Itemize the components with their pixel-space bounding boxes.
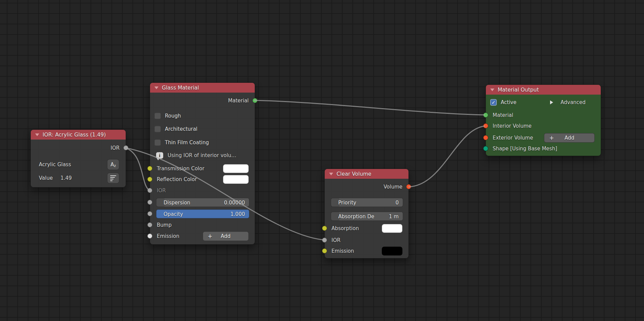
row-value: Value1.49 [31, 173, 126, 183]
thin-film-coating-checkbox[interactable] [154, 140, 161, 146]
slider-label: Dispersion [164, 199, 190, 205]
architectural-checkbox[interactable] [154, 126, 161, 132]
priority-slider[interactable]: Priority0 [331, 198, 403, 207]
input-label: IOR [331, 237, 341, 243]
rough-checkbox[interactable] [154, 113, 161, 119]
absorption-socket[interactable] [322, 226, 327, 231]
input-label: Shape [Using Base Mesh] [493, 146, 557, 152]
collapse-icon[interactable] [35, 133, 39, 136]
reflection-color-color-swatch[interactable] [223, 175, 249, 184]
row-active: ✓ActiveAdvanced [486, 97, 601, 107]
row-interior-volume: Interior Volume [486, 121, 601, 131]
slider-label: Priority [338, 199, 356, 205]
input-label: IOR [157, 188, 166, 194]
advanced-label[interactable]: Advanced [561, 99, 586, 105]
node-title: Clear Volume [337, 171, 371, 177]
input-label: Exterior Volume [493, 135, 533, 141]
collapse-icon[interactable] [490, 89, 494, 91]
transmission-color-socket[interactable] [147, 166, 152, 171]
node-glass-material[interactable]: Glass MaterialMaterialRoughArchitectural… [150, 82, 255, 245]
row-transmission-color: Transmission Color [150, 164, 255, 174]
material-socket[interactable] [483, 113, 488, 118]
row-using-ior-of-interior-volu: iUsing IOR of interior volu… [150, 150, 255, 160]
emission-socket[interactable] [147, 233, 152, 239]
input-label: Transmission Color [157, 166, 204, 172]
opacity-socket[interactable] [147, 211, 152, 216]
absorption-color-swatch[interactable] [382, 224, 402, 233]
row-priority: Priority0 [325, 197, 408, 207]
info-label: Using IOR of interior volu… [168, 152, 236, 158]
exterior-volume-add-button[interactable]: +Add [544, 133, 595, 143]
active-checkbox[interactable]: ✓ [490, 99, 497, 106]
input-label: Reflection Color [157, 176, 197, 182]
sort-alphabetically-icon[interactable]: Az [107, 159, 119, 170]
node-editor-canvas[interactable]: { "editor": {"type": "shader-node-editor… [0, 0, 644, 321]
checkbox-label: Architectural [165, 126, 197, 132]
slider-value: 1 m [389, 213, 399, 219]
add-button-label: Add [221, 233, 230, 239]
emission-color-swatch[interactable] [382, 247, 402, 255]
interior-volume-socket[interactable] [483, 123, 488, 128]
opacity-slider[interactable]: Opacity1.000 [156, 209, 249, 219]
node-header-glass-material[interactable]: Glass Material [150, 83, 255, 93]
row-ior: IOR [325, 235, 408, 245]
node-ior-acrylic-glass[interactable]: IOR: Acrylic Glass (1.49)IORAcrylic Glas… [30, 129, 126, 188]
node-material-output[interactable]: Material Output✓ActiveAdvancedMaterialIn… [486, 84, 601, 156]
row-opacity: Opacity1.000 [150, 209, 255, 219]
slider-label: Absorption De [338, 213, 374, 219]
node-header-clear-volume[interactable]: Clear Volume [325, 169, 408, 179]
collapse-icon[interactable] [154, 87, 158, 89]
input-label: Emission [157, 233, 179, 239]
row-thin-film-coating: Thin Film Coating [150, 138, 255, 148]
output-label: Material [228, 98, 249, 104]
row-emission: Emission [325, 246, 408, 256]
ior-socket[interactable] [123, 145, 128, 150]
row-shape-using-base-mesh: Shape [Using Base Mesh] [486, 144, 601, 154]
plus-icon: + [208, 233, 213, 240]
row-exterior-volume: Exterior Volume+Add [486, 133, 601, 143]
node-header-ior-acrylic-glass[interactable]: IOR: Acrylic Glass (1.49) [31, 130, 126, 140]
input-label: Emission [331, 248, 354, 254]
emission-add-button[interactable]: +Add [203, 231, 249, 241]
node-title: Material Output [498, 87, 539, 93]
node-graph-layer: IOR: Acrylic Glass (1.49)IORAcrylic Glas… [0, 0, 644, 321]
input-label: Material [493, 112, 513, 118]
slider-value: 0.00000 [224, 199, 245, 205]
node-title: Glass Material [162, 85, 199, 91]
row-ior: IOR [150, 186, 255, 196]
preset-lines-icon[interactable] [107, 173, 119, 183]
advanced-expand-icon[interactable] [550, 100, 553, 104]
output-label: IOR [110, 145, 120, 151]
dispersion-socket[interactable] [147, 200, 152, 205]
collapse-icon[interactable] [329, 173, 333, 175]
dispersion-slider[interactable]: Dispersion0.00000 [156, 198, 249, 207]
slider-value: 0 [395, 199, 399, 205]
slider-label: Opacity [164, 211, 183, 217]
plus-icon: + [549, 134, 554, 141]
row-architectural: Architectural [150, 124, 255, 134]
checkbox-label: Rough [165, 113, 181, 119]
shape-using-base-mesh-socket[interactable] [483, 146, 488, 151]
node-header-material-output[interactable]: Material Output [486, 85, 601, 95]
input-label: Interior Volume [493, 123, 531, 129]
emission-socket[interactable] [322, 248, 327, 253]
input-label: Bump [157, 222, 172, 228]
ior-socket[interactable] [147, 188, 152, 193]
material-socket[interactable] [252, 98, 257, 103]
absorption-de-slider[interactable]: Absorption De1 m [331, 212, 403, 221]
node-clear-volume[interactable]: Clear VolumeVolumePriority0Absorption De… [324, 169, 409, 258]
ior-socket[interactable] [322, 238, 327, 243]
row-acrylic-glass: Acrylic GlassAz [31, 159, 126, 170]
node-title: IOR: Acrylic Glass (1.49) [43, 132, 106, 138]
exterior-volume-socket[interactable] [483, 135, 488, 140]
row-absorption: Absorption [325, 223, 408, 233]
row-emission: Emission+Add [150, 231, 255, 241]
name-field-label: Acrylic Glass [39, 162, 71, 168]
reflection-color-socket[interactable] [147, 177, 152, 182]
transmission-color-color-swatch[interactable] [223, 164, 249, 173]
row-ior: IOR [31, 143, 126, 153]
volume-socket[interactable] [406, 184, 411, 189]
output-label: Volume [383, 184, 402, 190]
value-field-value[interactable]: 1.49 [60, 175, 72, 181]
bump-socket[interactable] [147, 222, 152, 227]
